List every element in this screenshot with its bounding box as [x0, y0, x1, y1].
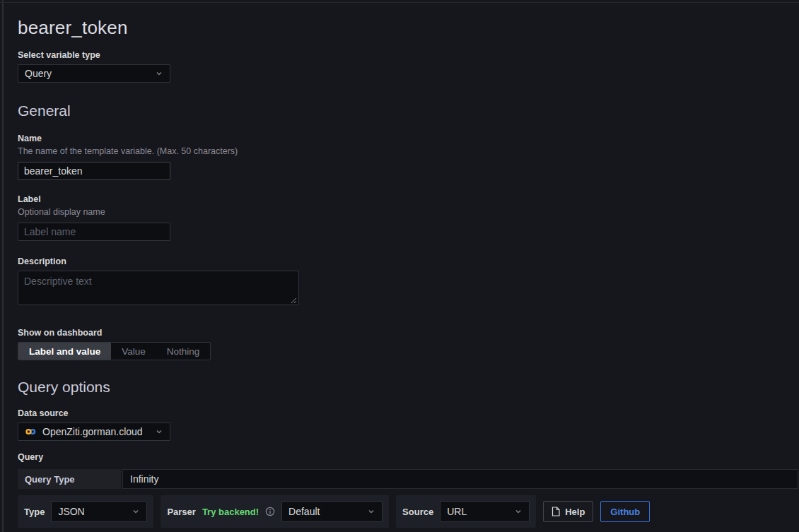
data-source-value: OpenZiti.gorman.cloud [42, 426, 143, 437]
pane-top-border [0, 2, 799, 3]
chevron-down-icon [367, 507, 375, 516]
query-type-chip: Query Type [18, 469, 121, 489]
type-label: Type [24, 507, 45, 517]
type-value: JSON [58, 506, 84, 517]
source-label: Source [402, 507, 433, 517]
data-source-label: Data source [18, 408, 799, 418]
parser-select[interactable]: Default [281, 501, 383, 522]
radio-option-value[interactable]: Value [111, 343, 156, 360]
name-input[interactable] [18, 162, 170, 180]
info-icon[interactable] [265, 507, 275, 516]
chevron-down-icon [132, 507, 140, 516]
resize-handle-icon[interactable] [291, 297, 297, 304]
query-type-select[interactable]: Infinity [122, 469, 798, 489]
type-group: Type JSON [18, 495, 153, 528]
description-label: Description [18, 256, 799, 266]
label-label: Label [18, 194, 799, 204]
help-button[interactable]: Help [543, 501, 593, 522]
variable-type-select[interactable]: Query [18, 64, 170, 83]
parser-label: Parser [167, 507, 195, 517]
chevron-down-icon [514, 507, 523, 516]
source-select[interactable]: URL [440, 501, 530, 522]
variable-type-value: Query [25, 68, 52, 79]
variable-type-label: Select variable type [18, 50, 799, 60]
radio-option-label-and-value[interactable]: Label and value [18, 343, 111, 360]
description-textarea[interactable] [18, 271, 299, 305]
general-heading: General [18, 102, 799, 119]
page-title: bearer_token [18, 17, 799, 39]
query-options-heading: Query options [18, 379, 799, 396]
query-editor-row-1: Type JSON Parser Try backend! [18, 495, 799, 528]
parser-group: Parser Try backend! Default [161, 495, 389, 528]
help-button-label: Help [565, 507, 585, 517]
type-select[interactable]: JSON [51, 501, 147, 522]
github-button[interactable]: Github [600, 501, 650, 522]
radio-option-nothing[interactable]: Nothing [156, 343, 211, 360]
document-icon [552, 507, 560, 516]
try-backend-hint: Try backend! [202, 507, 259, 517]
pane-left-border [2, 0, 4, 532]
variable-editor-page: bearer_token Select variable type Query … [0, 0, 799, 532]
data-source-picker[interactable]: OpenZiti.gorman.cloud [18, 422, 170, 441]
label-input[interactable] [18, 223, 170, 241]
show-on-dashboard-radio-group: Label and value Value Nothing [18, 342, 211, 360]
chevron-down-icon [155, 427, 163, 436]
infinity-datasource-icon [25, 427, 37, 436]
name-label: Name [18, 134, 799, 143]
github-button-label: Github [610, 507, 640, 517]
query-label: Query [18, 452, 799, 462]
chevron-down-icon [155, 69, 163, 78]
name-description: The name of the template variable. (Max.… [18, 146, 799, 156]
query-type-row: Query Type Infinity [18, 469, 798, 489]
show-on-dashboard-label: Show on dashboard [18, 328, 799, 338]
source-value: URL [447, 506, 467, 517]
label-description: Optional display name [18, 207, 799, 217]
parser-value: Default [288, 506, 320, 517]
source-group: Source URL [396, 495, 536, 528]
